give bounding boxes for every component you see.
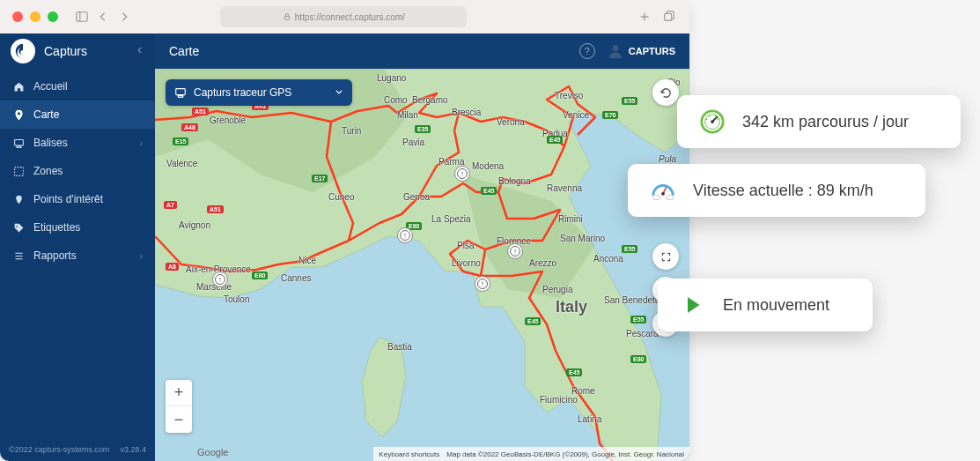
sidebar-item-etiquettes[interactable]: Etiquettes [0,213,155,242]
browser-chrome: https://connect.capturs.com/ [0,0,689,33]
sidebar-item-poi[interactable]: Points d'intérêt [0,185,155,213]
info-cards: 342 km parcourus / jour Vitesse actuelle… [628,95,961,331]
play-icon [679,291,707,319]
zoom-out-button[interactable]: − [166,406,192,433]
keyboard-shortcuts-link[interactable]: Keyboard shortcuts [379,450,439,458]
highway-badge: E45 [481,187,497,195]
highway-badge: E80 [252,271,268,279]
sidebar-item-label: Rapports [33,249,77,262]
main-area: Carte ? CAPTURS [155,33,689,461]
lock-icon [283,12,291,21]
svg-point-28 [718,118,719,120]
sidebar-item-accueil[interactable]: Accueil [0,72,155,100]
svg-rect-30 [667,196,674,200]
map-container[interactable]: LuganoComoBergamoMilanBresciaVeronaPadua… [155,69,689,461]
speed-card: Vitesse actuelle : 89 km/h [628,164,925,217]
highway-badge: A7 [164,201,177,209]
highway-badge: E15 [173,138,188,145]
copyright-text: ©2022 capturs-systems.com [9,445,109,454]
tag-icon [12,221,25,234]
sidebar-toggle-icon[interactable] [74,9,90,25]
zoom-controls: + − [166,380,192,433]
sidebar-nav: Accueil Carte Balises › Zones Poin [0,69,155,438]
sidebar-item-label: Balises [33,137,68,149]
svg-rect-7 [17,145,21,147]
sidebar-item-rapports[interactable]: Rapports › [0,242,155,270]
url-text: https://connect.capturs.com/ [295,12,405,22]
gps-marker[interactable] [454,166,470,182]
device-icon [174,86,187,99]
sidebar-collapse-button[interactable] [136,45,144,57]
forward-button[interactable] [116,9,132,25]
highway-badge: A48 [181,123,198,131]
distance-text: 342 km parcourus / jour [742,113,909,131]
sidebar-item-label: Etiquettes [33,221,80,234]
help-button[interactable]: ? [579,43,595,59]
svg-rect-6 [14,139,23,145]
minimize-window-button[interactable] [30,11,41,22]
svg-rect-15 [178,96,182,98]
svg-rect-8 [14,167,23,175]
svg-point-12 [612,45,618,51]
traffic-lights [12,11,58,22]
app-container: Capturs Accueil Carte Balises › [0,33,689,461]
url-bar[interactable]: https://connect.capturs.com/ [220,6,467,27]
browser-window: https://connect.capturs.com/ Capturs [0,0,689,461]
svg-point-26 [708,115,710,117]
device-icon [12,137,25,149]
speed-text: Vitesse actuelle : 89 km/h [693,182,873,200]
back-button[interactable] [95,9,111,25]
chevron-right-icon: › [140,138,143,148]
svg-point-25 [706,118,708,120]
tabs-button[interactable] [661,9,677,25]
chevron-right-icon: › [140,251,143,261]
gps-marker[interactable] [397,227,413,243]
sidebar-footer: ©2022 capturs-systems.com v3.28.4 [0,438,155,461]
brand-name: Capturs [44,44,87,58]
status-text: En mouvement [723,296,829,315]
highway-badge: E80 [630,355,646,363]
chevron-down-icon [335,86,343,99]
page-title: Carte [169,44,199,58]
gps-marker[interactable] [475,276,490,292]
google-logo: Google [197,447,228,457]
home-icon [12,80,25,93]
svg-point-24 [711,120,714,123]
zoom-in-button[interactable]: + [166,380,192,406]
sidebar-item-carte[interactable]: Carte [0,100,155,129]
highway-badge: E70 [602,111,618,119]
new-tab-button[interactable] [637,9,652,25]
svg-rect-0 [77,12,87,22]
sidebar: Capturs Accueil Carte Balises › [0,33,155,461]
svg-rect-2 [284,16,289,19]
highway-badge: E45 [566,368,582,376]
distance-card: 342 km parcourus / jour [677,95,961,148]
pin-icon [12,108,25,121]
tracker-selector-label: Capturs traceur GPS [194,86,291,99]
gps-marker[interactable] [212,271,228,287]
gps-marker[interactable] [507,243,523,259]
highway-badge: A51 [207,205,224,213]
sidebar-item-balises[interactable]: Balises › [0,129,155,157]
zone-icon [12,165,25,177]
sidebar-item-zones[interactable]: Zones [0,157,155,185]
version-text: v3.28.4 [120,445,146,454]
highway-badge: E35 [415,125,431,133]
user-menu[interactable]: CAPTURS [608,43,675,59]
highway-badge: E45 [525,317,541,325]
brand-logo [11,39,35,63]
highway-badge: A8 [166,263,179,271]
maximize-window-button[interactable] [48,11,58,22]
status-card: En mouvement [658,279,873,331]
map-data-text: Map data ©2022 GeoBasis-DE/BKG (©2009), … [446,450,684,458]
tracker-selector-dropdown[interactable]: Capturs traceur GPS [166,79,352,106]
svg-rect-5 [665,14,672,21]
close-window-button[interactable] [12,11,23,22]
svg-point-27 [715,115,717,117]
user-icon [608,43,623,59]
map-attribution: Keyboard shortcuts Map data ©2022 GeoBas… [373,447,689,461]
highway-badge: E45 [547,136,563,144]
report-icon [12,249,25,262]
sidebar-item-label: Zones [33,165,63,177]
sidebar-item-label: Accueil [33,80,68,93]
